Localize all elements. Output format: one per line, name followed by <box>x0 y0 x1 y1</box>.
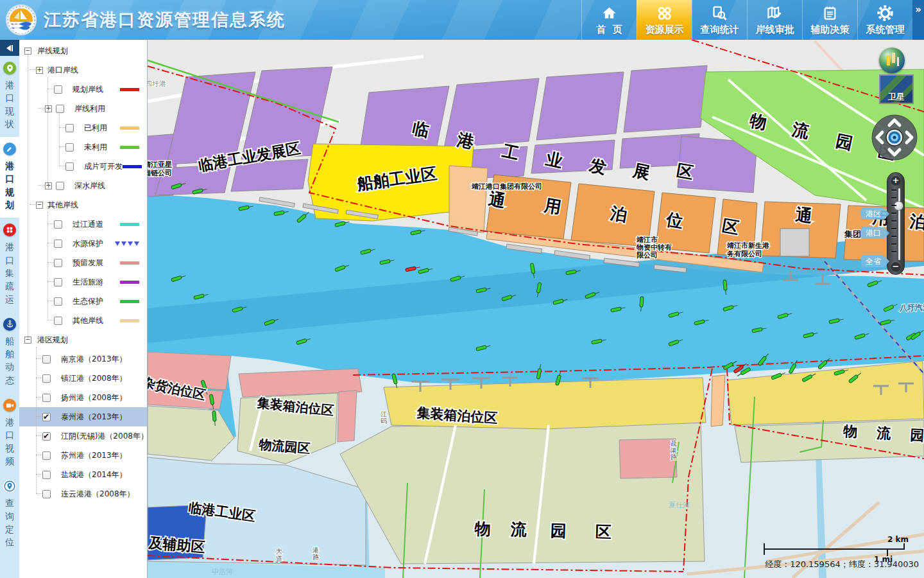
header-collapse-strip[interactable]: » <box>912 0 924 40</box>
tree-row[interactable]: −港区规划 <box>19 330 147 349</box>
layer-checkbox[interactable] <box>56 105 64 113</box>
nav-item-grid4[interactable]: 资源展示 <box>637 0 692 40</box>
tree-node-label[interactable]: 南京港（2013年） <box>61 354 127 365</box>
tree-row[interactable]: 苏州港（2013年） <box>19 446 147 465</box>
layer-checkbox[interactable] <box>42 413 51 421</box>
tree-row[interactable]: −其他岸线 <box>19 195 147 215</box>
tree-row[interactable]: 南京港（2013年） <box>19 349 147 369</box>
layer-checkbox[interactable] <box>42 355 51 363</box>
collapse-node-icon[interactable]: − <box>36 202 43 209</box>
tree-node-label[interactable]: 港口岸线 <box>47 65 78 76</box>
tree-node-label[interactable]: 江阴(无锡)港（2008年） <box>61 431 148 442</box>
legend-swatch <box>120 88 139 91</box>
layer-checkbox[interactable] <box>65 124 74 132</box>
layer-checkbox[interactable] <box>54 278 62 286</box>
zoom-in-button[interactable]: + <box>891 175 901 186</box>
tree-node-label[interactable]: 未利用 <box>84 142 107 153</box>
tree-node-label[interactable]: 其他岸线 <box>73 315 103 326</box>
overview-globe-button[interactable] <box>879 48 905 73</box>
sidebar-item-grid[interactable]: 港口集疏运 <box>0 218 19 311</box>
tree-row[interactable]: +港口岸线 <box>19 60 147 80</box>
satellite-toggle-button[interactable]: 卫星 <box>879 74 914 104</box>
layer-checkbox[interactable] <box>54 317 62 325</box>
tree-row[interactable]: 水源保护 <box>19 234 147 253</box>
layer-checkbox[interactable] <box>42 432 51 441</box>
sidebar-item-pin[interactable]: 港口现状 <box>0 56 19 137</box>
tree-row[interactable]: 成片可开发 <box>19 157 147 176</box>
nav-item-mapcheck[interactable]: 岸线审批 <box>747 0 802 40</box>
tree-node-label[interactable]: 生活旅游 <box>73 277 103 288</box>
tree-node-label[interactable]: 连云港港（2008年） <box>61 489 135 500</box>
expand-node-icon[interactable]: + <box>36 67 43 74</box>
nav-item-notes[interactable]: 辅助决策 <box>802 0 857 40</box>
tree-row[interactable]: 预留发展 <box>19 253 147 272</box>
tree-node-label[interactable]: 深水岸线 <box>74 180 105 191</box>
nav-item-searchdoc[interactable]: 查询统计 <box>692 0 747 40</box>
sidebar-item-locate[interactable]: 查询定位 <box>0 474 19 555</box>
tree-node-label[interactable]: 港区规划 <box>37 335 68 346</box>
tree-row[interactable]: 规划岸线 <box>19 80 147 99</box>
layer-checkbox[interactable] <box>42 451 51 460</box>
tree-row[interactable]: 盐城港（2014年） <box>19 465 147 484</box>
zoom-preset-gangkou[interactable]: 港口 <box>861 227 884 239</box>
layer-checkbox[interactable] <box>42 394 51 402</box>
layer-checkbox[interactable] <box>54 297 62 306</box>
tree-node-label[interactable]: 生态保护 <box>73 296 103 307</box>
tree-node-label[interactable]: 成片可开发 <box>84 161 123 172</box>
tree-row[interactable]: 已利用 <box>19 118 147 137</box>
sidebar-item-camera[interactable]: 港口视频 <box>0 393 19 474</box>
layer-checkbox[interactable] <box>54 259 62 267</box>
layer-checkbox[interactable] <box>54 240 62 248</box>
tree-node-label[interactable]: 盐城港（2014年） <box>61 469 127 480</box>
tree-row[interactable]: 镇江港（2008年） <box>19 369 147 388</box>
sidebar-item-anchor[interactable]: 船舶动态 <box>0 312 19 393</box>
tree-row[interactable]: 扬州港（2008年） <box>19 388 147 407</box>
layer-checkbox[interactable] <box>54 220 62 229</box>
tree-node-label[interactable]: 过江通道 <box>73 219 103 230</box>
tree-row[interactable]: 连云港港（2008年） <box>19 484 147 504</box>
anchor-icon <box>3 318 16 331</box>
tree-row[interactable]: 生态保护 <box>19 292 147 311</box>
tree-node-label[interactable]: 岸线利用 <box>74 103 105 114</box>
map-canvas[interactable]: 临港工业发展区船舶工业区临港工业发展区通用泊位区物流园区通用泊杂货泊位区集装箱泊… <box>148 40 924 578</box>
tree-node-label[interactable]: 已利用 <box>84 123 107 134</box>
tree-node-label[interactable]: 水源保护 <box>73 238 103 249</box>
tree-row[interactable]: +岸线利用 <box>19 99 147 118</box>
panel-collapse-button[interactable] <box>0 40 19 56</box>
zoom-preset-quansheng[interactable]: 全省 <box>861 256 884 267</box>
layer-checkbox[interactable] <box>42 490 51 498</box>
zoom-preset-gangqu[interactable]: 港区 <box>861 208 884 220</box>
layer-checkbox[interactable] <box>42 374 51 383</box>
zoom-slider[interactable]: + − <box>887 172 905 275</box>
nav-item-gear[interactable]: 系统管理 <box>857 0 912 40</box>
tree-node-label[interactable]: 镇江港（2008年） <box>61 373 127 384</box>
map-label: 疏港路 <box>671 440 677 460</box>
layer-checkbox[interactable] <box>65 162 74 171</box>
app-header: 江苏省港口资源管理信息系统 首 页资源展示查询统计岸线审批辅助决策系统管理» <box>0 0 924 40</box>
nav-item-home[interactable]: 首 页 <box>581 0 637 40</box>
layer-checkbox[interactable] <box>56 182 64 190</box>
tree-node-label[interactable]: 其他岸线 <box>47 200 78 211</box>
pan-compass-control[interactable] <box>871 114 918 161</box>
tree-row[interactable]: +深水岸线 <box>19 176 147 195</box>
tree-row[interactable]: 未利用 <box>19 137 147 157</box>
tree-row[interactable]: 生活旅游 <box>19 272 147 292</box>
layer-checkbox[interactable] <box>42 471 51 479</box>
collapse-node-icon[interactable]: − <box>24 48 31 55</box>
layer-checkbox[interactable] <box>65 143 74 152</box>
tree-row[interactable]: 泰州港（2013年） <box>19 407 147 426</box>
tree-row[interactable]: 过江通道 <box>19 215 147 234</box>
tree-row[interactable]: −岸线规划 <box>19 41 147 60</box>
tree-node-label[interactable]: 预留发展 <box>73 258 103 268</box>
tree-node-label[interactable]: 岸线规划 <box>37 46 68 57</box>
tree-row[interactable]: 江阴(无锡)港（2008年） <box>19 426 147 446</box>
tree-node-label[interactable]: 苏州港（2013年） <box>61 450 127 461</box>
zoom-track[interactable] <box>898 188 900 260</box>
zoom-out-button[interactable]: − <box>891 261 901 272</box>
tree-node-label[interactable]: 泰州港（2013年） <box>61 412 127 423</box>
tree-node-label[interactable]: 规划岸线 <box>73 84 103 95</box>
layer-checkbox[interactable] <box>54 85 62 94</box>
tree-node-label[interactable]: 扬州港（2008年） <box>61 392 127 403</box>
sidebar-item-pencil[interactable]: 港口规划 <box>0 137 19 218</box>
tree-row[interactable]: 其他岸线 <box>19 311 147 330</box>
